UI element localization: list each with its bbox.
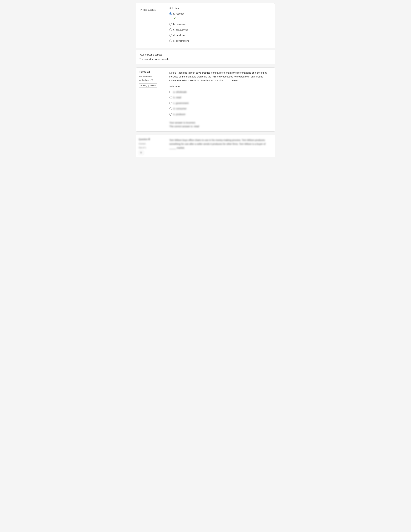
page-container: ⚑ Flag question Select one: a. reseller …: [133, 0, 278, 164]
option-2b-radio[interactable]: [169, 23, 172, 26]
option-2c-radio[interactable]: [169, 28, 172, 31]
option-3c-row: c. government: [169, 101, 272, 105]
feedback-3-answer-msg: The correct answer is: retail: [169, 125, 272, 128]
option-2a-radio[interactable]: [169, 12, 172, 15]
select-one-label-2: Select one:: [169, 7, 272, 10]
question-4-content: Tom Wilson buys office chairs to use in …: [166, 135, 275, 157]
option-2c-label: c. institutional: [173, 28, 188, 32]
flag-icon-2: ⚑: [140, 9, 142, 11]
question-2-sidebar: ⚑ Flag question: [136, 3, 166, 48]
option-3c-label: c. government: [173, 101, 189, 105]
question-4-row: Question 4 Correct Out of 1 ⚑ Tom Wilson…: [136, 135, 275, 157]
question-3-options: a. wholesale b. retail c. government: [169, 90, 272, 116]
option-2c: c. institutional: [169, 28, 272, 32]
option-3d-row: d. consumer: [169, 107, 272, 111]
option-2b-label: b. consumer: [173, 22, 187, 26]
question-3-status: Not answered: [139, 75, 163, 78]
flag-question-2-label: Flag question: [143, 9, 156, 11]
correct-check-2a: ✓: [173, 16, 272, 20]
question-4-marked: Out of 1: [139, 146, 163, 149]
option-3e-row: e. producer: [169, 113, 272, 116]
question-3-text: Mike's Roadside Market buys produce from…: [169, 71, 272, 83]
flag-question-3-label: Flag question: [143, 84, 156, 87]
option-2d-radio[interactable]: [169, 34, 172, 37]
option-3a-row: a. wholesale: [169, 90, 272, 94]
option-3e-label: e. producer: [173, 113, 185, 116]
question-4-number: Question 4: [139, 137, 163, 141]
option-2d-row: d. producer: [169, 34, 272, 37]
flag-question-4-button[interactable]: ⚑: [139, 151, 143, 155]
flag-question-2-button[interactable]: ⚑ Flag question: [139, 8, 157, 12]
option-3e-radio[interactable]: [169, 113, 172, 115]
question-2-feedback: Your answer is correct. The correct answ…: [136, 50, 275, 64]
option-2d: d. producer: [169, 34, 272, 37]
question-3-marked: Marked out of 1: [139, 79, 163, 82]
question-2-wrapper: ⚑ Flag question Select one: a. reseller …: [136, 3, 275, 64]
feedback-2-correct-msg: Your answer is correct.: [139, 53, 272, 57]
question-3-feedback-inline: Your answer is incorrect. The correct an…: [169, 121, 272, 128]
option-2e: e. government: [169, 39, 272, 43]
option-2e-radio[interactable]: [169, 39, 172, 42]
option-2e-label: e. government: [173, 39, 189, 43]
question-4-sidebar-content: Question 4 Correct Out of 1 ⚑: [139, 137, 163, 155]
question-3-row: Question 3 Not answered Marked out of 1 …: [136, 67, 275, 132]
question-2-options: a. reseller ✓ b. consumer: [169, 12, 272, 43]
question-4-status: Correct: [139, 142, 163, 145]
option-2d-label: d. producer: [173, 34, 185, 37]
question-4-text: Tom Wilson buys office chairs to use in …: [169, 138, 272, 150]
question-2-content: Select one: a. reseller ✓: [166, 3, 275, 48]
question-3-content: Mike's Roadside Market buys produce from…: [166, 68, 275, 132]
option-2e-row: e. government: [169, 39, 272, 43]
question-2-row: ⚑ Flag question Select one: a. reseller …: [136, 3, 275, 48]
option-3a: a. wholesale: [169, 90, 272, 94]
option-3b-row: b. retail: [169, 96, 272, 99]
flag-icon-3: ⚑: [140, 84, 142, 87]
option-3b-label: b. retail: [173, 96, 181, 99]
option-2a-row: a. reseller: [169, 12, 272, 16]
question-4-sidebar: Question 4 Correct Out of 1 ⚑: [136, 135, 166, 157]
question-3-number: Question 3: [139, 70, 163, 74]
option-3c-radio[interactable]: [169, 102, 172, 104]
option-2a-label: a. reseller: [173, 12, 184, 16]
flag-question-3-button[interactable]: ⚑ Flag question: [139, 84, 157, 88]
question-3-sidebar: Question 3 Not answered Marked out of 1 …: [136, 68, 166, 132]
option-3b-radio[interactable]: [169, 96, 172, 99]
option-3d-label: d. consumer: [173, 107, 187, 111]
option-2c-row: c. institutional: [169, 28, 272, 32]
option-3d: d. consumer: [169, 107, 272, 111]
option-3a-radio[interactable]: [169, 91, 172, 93]
option-3c: c. government: [169, 101, 272, 105]
option-3e: e. producer: [169, 113, 272, 116]
option-3a-label: a. wholesale: [173, 90, 187, 94]
select-one-label-3: Select one:: [169, 85, 272, 88]
question-4-wrapper: Question 4 Correct Out of 1 ⚑ Tom Wilson…: [136, 135, 275, 157]
option-3b: b. retail: [169, 96, 272, 99]
flag-icon-4: ⚑: [140, 152, 142, 154]
feedback-2-answer-msg: The correct answer is: reseller: [139, 57, 272, 61]
feedback-3-correct-msg: Your answer is incorrect.: [169, 121, 272, 125]
option-2b: b. consumer: [169, 22, 272, 26]
question-3-wrapper: Question 3 Not answered Marked out of 1 …: [136, 67, 275, 132]
option-2a: a. reseller ✓: [169, 12, 272, 20]
option-2b-row: b. consumer: [169, 22, 272, 26]
option-3d-radio[interactable]: [169, 107, 172, 110]
